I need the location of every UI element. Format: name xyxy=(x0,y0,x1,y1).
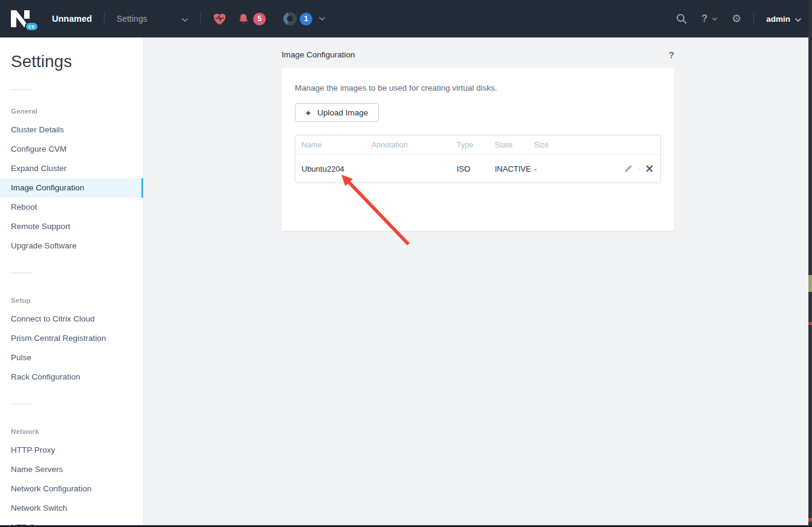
cell-image-name: Ubuntu2204 xyxy=(295,155,372,183)
chevron-down-icon xyxy=(182,14,188,24)
main-content: Image Configuration ? Manage the images … xyxy=(144,37,812,527)
cell-image-state: INACTIVE xyxy=(495,155,534,183)
settings-sidebar: Settings General Cluster Details Configu… xyxy=(0,37,144,527)
sidebar-item-name-servers[interactable]: Name Servers xyxy=(0,460,143,479)
sidebar-divider xyxy=(11,404,31,404)
nutanix-logo: CE xyxy=(11,10,30,28)
section-label-network: Network xyxy=(11,427,143,436)
alerts-count-badge[interactable]: 5 xyxy=(253,13,266,25)
page-title: Image Configuration xyxy=(282,50,355,59)
sidebar-item-http-proxy[interactable]: HTTP Proxy xyxy=(0,441,143,460)
scrollbar-mark xyxy=(808,322,812,325)
topbar-separator xyxy=(753,12,754,25)
settings-menu-label: Settings xyxy=(117,14,147,24)
table-row: Ubuntu2204 ISO INACTIVE - · xyxy=(295,155,660,183)
sidebar-item-expand-cluster[interactable]: Expand Cluster xyxy=(0,159,143,178)
scrollbar[interactable] xyxy=(808,0,812,527)
column-header-annotation: Annotation xyxy=(372,135,457,155)
sidebar-item-configure-cvm[interactable]: Configure CVM xyxy=(0,140,143,159)
plus-icon: + xyxy=(306,108,311,118)
health-heart-icon[interactable] xyxy=(213,13,227,25)
topbar-separator xyxy=(104,12,105,25)
image-configuration-card: Manage the images to be used for creatin… xyxy=(282,68,674,231)
sidebar-item-upgrade-software[interactable]: Upgrade Software xyxy=(0,236,143,256)
topbar: CE Unnamed Settings 5 1 xyxy=(0,0,812,37)
search-icon[interactable] xyxy=(676,13,687,24)
column-header-size: Size xyxy=(534,135,625,155)
page-help-icon[interactable]: ? xyxy=(669,50,674,60)
column-header-name: Name xyxy=(295,135,372,155)
sidebar-item-prism-central-registration[interactable]: Prism Central Registration xyxy=(0,329,143,348)
sidebar-divider xyxy=(11,273,31,273)
edit-pencil-icon[interactable] xyxy=(624,164,633,173)
sidebar-item-reboot[interactable]: Reboot xyxy=(0,198,143,217)
section-label-setup: Setup xyxy=(11,296,143,305)
username-label: admin xyxy=(766,15,790,24)
gear-icon[interactable]: ⚙ xyxy=(732,13,741,24)
user-menu[interactable]: admin xyxy=(766,15,801,24)
sidebar-item-rack-configuration[interactable]: Rack Configuration xyxy=(0,367,143,387)
sidebar-divider xyxy=(11,89,31,90)
sidebar-item-remote-support[interactable]: Remote Support xyxy=(0,217,143,236)
images-table: Name Annotation Type State Size Ubuntu22… xyxy=(295,135,661,183)
actions-separator: · xyxy=(638,164,640,173)
sidebar-item-pulse[interactable]: Pulse xyxy=(0,348,143,367)
column-header-type: Type xyxy=(457,135,495,155)
sidebar-item-connect-to-citrix-cloud[interactable]: Connect to Citrix Cloud xyxy=(0,309,143,329)
help-chevron-down-icon[interactable] xyxy=(712,18,717,21)
sidebar-item-image-configuration[interactable]: Image Configuration xyxy=(0,178,143,198)
table-header-row: Name Annotation Type State Size xyxy=(295,135,660,155)
delete-x-icon[interactable] xyxy=(646,165,653,172)
column-header-state: State xyxy=(495,135,534,155)
scrollbar-thumb[interactable] xyxy=(808,275,812,292)
sidebar-title: Settings xyxy=(11,51,143,73)
user-chevron-down-icon xyxy=(795,15,801,24)
upload-image-label: Upload Image xyxy=(317,108,368,117)
scrollbar-mark xyxy=(808,518,812,522)
section-label-general: General xyxy=(11,107,143,115)
cell-image-size: - xyxy=(534,155,625,183)
topbar-separator xyxy=(200,12,201,25)
sidebar-item-cluster-details[interactable]: Cluster Details xyxy=(0,120,143,140)
cluster-name: Unnamed xyxy=(52,14,92,24)
alerts-bell-icon[interactable] xyxy=(237,13,250,25)
tasks-chevron-down-icon[interactable] xyxy=(319,17,325,21)
card-description: Manage the images to be used for creatin… xyxy=(295,83,661,92)
help-question-icon[interactable]: ? xyxy=(701,13,707,24)
tasks-count-badge[interactable]: 1 xyxy=(300,13,312,25)
sidebar-item-network-configuration[interactable]: Network Configuration xyxy=(0,479,143,499)
ce-edition-badge: CE xyxy=(25,22,39,31)
cell-image-type: ISO xyxy=(457,155,495,183)
upload-image-button[interactable]: + Upload Image xyxy=(295,103,379,122)
tasks-progress-donut-icon[interactable] xyxy=(283,12,297,25)
settings-menu-dropdown[interactable]: Settings xyxy=(117,14,188,24)
sidebar-item-network-switch[interactable]: Network Switch xyxy=(0,499,143,518)
cell-image-annotation xyxy=(372,155,457,183)
